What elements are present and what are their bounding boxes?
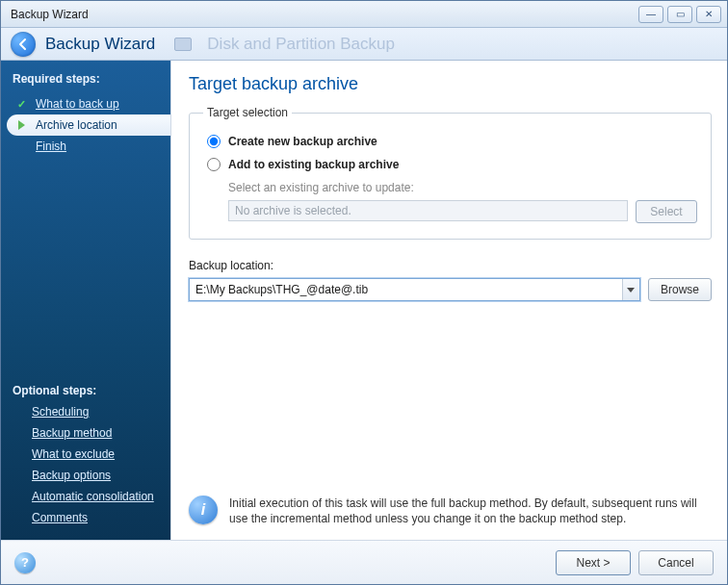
opt-auto-consolidation[interactable]: Automatic consolidation xyxy=(32,490,159,503)
ghost-sub: Disk and Partition Backup xyxy=(207,35,395,54)
radio-create-new[interactable] xyxy=(207,135,221,148)
opt-backup-method[interactable]: Backup method xyxy=(32,426,159,440)
radio-add-existing-label: Add to existing backup archive xyxy=(228,158,399,171)
info-icon: i xyxy=(189,496,218,524)
step-label: What to back up xyxy=(36,97,119,111)
check-icon: ✓ xyxy=(14,97,28,111)
select-archive-button: Select xyxy=(636,200,697,223)
maximize-button[interactable]: ▭ xyxy=(667,6,692,23)
wizard-header: Backup Wizard Disk and Partition Backup xyxy=(1,28,727,61)
next-button[interactable]: Next > xyxy=(556,550,631,575)
opt-comments[interactable]: Comments xyxy=(32,511,159,524)
sidebar: Required steps: ✓ What to back up Archiv… xyxy=(1,61,170,540)
step-finish[interactable]: Finish xyxy=(1,136,170,157)
disk-icon xyxy=(174,38,192,51)
arrow-left-icon xyxy=(16,38,30,51)
chevron-down-icon xyxy=(627,288,635,292)
blank-icon xyxy=(14,140,28,153)
radio-create-new-label: Create new backup archive xyxy=(228,135,377,148)
step-what-to-backup[interactable]: ✓ What to back up xyxy=(1,93,170,114)
step-label: Finish xyxy=(36,140,66,153)
radio-add-existing[interactable] xyxy=(207,158,221,171)
wizard-title: Backup Wizard xyxy=(45,35,155,54)
content-pane: Target backup archive Target selection C… xyxy=(170,61,727,540)
cancel-button[interactable]: Cancel xyxy=(638,550,714,575)
opt-scheduling[interactable]: Scheduling xyxy=(32,405,159,419)
browse-button[interactable]: Browse xyxy=(648,278,712,301)
backup-location-input[interactable] xyxy=(189,278,640,301)
window-title: Backup Wizard xyxy=(11,8,89,21)
step-archive-location[interactable]: Archive location xyxy=(7,114,170,136)
minimize-button[interactable]: — xyxy=(638,6,663,23)
close-button[interactable]: ✕ xyxy=(696,6,721,23)
arrow-right-icon xyxy=(14,118,28,132)
step-label: Archive location xyxy=(36,118,117,132)
opt-backup-options[interactable]: Backup options xyxy=(32,469,159,482)
existing-hint: Select an existing archive to update: xyxy=(228,181,697,194)
required-steps-title: Required steps: xyxy=(1,66,170,93)
back-button[interactable] xyxy=(11,32,36,57)
optional-steps-title: Optional steps: xyxy=(1,378,170,405)
info-text: Initial execution of this task will use … xyxy=(229,496,712,526)
backup-location-combo[interactable] xyxy=(189,278,640,301)
target-selection-group: Target selection Create new backup archi… xyxy=(189,106,712,240)
help-button[interactable]: ? xyxy=(14,552,36,573)
backup-location-dropdown[interactable] xyxy=(622,279,639,300)
backup-location-label: Backup location: xyxy=(189,259,712,272)
page-title: Target backup archive xyxy=(189,74,712,94)
target-selection-legend: Target selection xyxy=(203,106,292,119)
titlebar: Backup Wizard — ▭ ✕ xyxy=(1,1,727,28)
ghost-breadcrumb: Disk and Partition Backup xyxy=(174,35,395,54)
backup-wizard-window: Backup Wizard — ▭ ✕ Backup Wizard Disk a… xyxy=(0,0,728,585)
existing-archive-field xyxy=(228,200,628,221)
footer: ? Next > Cancel xyxy=(1,540,727,584)
opt-what-to-exclude[interactable]: What to exclude xyxy=(32,447,159,461)
